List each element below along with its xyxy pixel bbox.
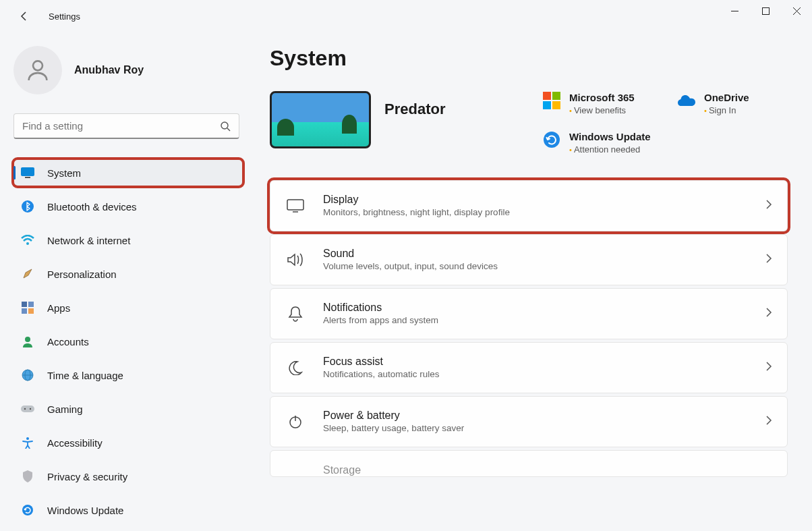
svg-rect-1 <box>762 7 769 14</box>
close-button[interactable] <box>781 0 812 22</box>
sidebar-item-personalization[interactable]: Personalization <box>13 260 237 287</box>
card-title: Storage <box>323 464 772 476</box>
pc-name: Predator <box>384 101 445 118</box>
maximize-button[interactable] <box>750 0 781 22</box>
monitor-icon <box>285 199 306 213</box>
sound-icon <box>285 252 306 267</box>
update-icon <box>20 503 35 518</box>
svg-rect-12 <box>28 302 34 307</box>
bell-icon <box>285 306 306 322</box>
sidebar-item-label: Bluetooth & devices <box>47 201 137 213</box>
tile-sub: Sign In <box>704 105 749 117</box>
minimize-button[interactable] <box>719 0 750 22</box>
svg-rect-7 <box>21 167 34 176</box>
card-title: Notifications <box>323 302 765 314</box>
system-header-row: Predator Microsoft 365 View benefits One… <box>270 91 792 156</box>
sidebar-item-apps[interactable]: Apps <box>13 294 237 321</box>
card-sub: Alerts from apps and system <box>323 315 765 325</box>
sidebar-item-time-language[interactable]: Time & language <box>13 362 237 389</box>
sidebar-item-gaming[interactable]: Gaming <box>13 395 237 422</box>
card-title: Power & battery <box>323 410 765 422</box>
chevron-right-icon <box>765 416 772 428</box>
sidebar-item-windows-update[interactable]: Windows Update <box>13 497 237 524</box>
bluetooth-icon <box>20 199 35 214</box>
svg-point-22 <box>26 437 29 440</box>
tile-onedrive[interactable]: OneDrive Sign In <box>677 91 792 117</box>
svg-point-24 <box>544 132 560 148</box>
power-icon <box>285 414 306 429</box>
card-sub: Notifications, automatic rules <box>323 369 765 379</box>
card-storage[interactable]: Storage <box>270 450 788 477</box>
accounts-icon <box>20 334 35 349</box>
search-input[interactable] <box>22 120 220 132</box>
sidebar-item-label: Windows Update <box>47 505 123 516</box>
tile-sub: View benefits <box>569 105 635 117</box>
sync-icon <box>542 130 561 149</box>
sidebar-item-label: Apps <box>47 302 70 314</box>
card-sub: Sleep, battery usage, battery saver <box>323 423 765 433</box>
svg-point-10 <box>26 242 29 245</box>
profile-section[interactable]: Anubhav Roy <box>13 46 237 94</box>
header-tiles: Microsoft 365 View benefits OneDrive Sig… <box>542 91 792 156</box>
accessibility-icon <box>20 435 35 450</box>
chevron-right-icon <box>765 200 772 212</box>
svg-rect-25 <box>287 200 303 210</box>
gaming-icon <box>20 401 35 416</box>
card-sub: Monitors, brightness, night light, displ… <box>323 207 765 217</box>
card-sub: Volume levels, output, input, sound devi… <box>323 261 765 271</box>
person-icon <box>24 57 51 84</box>
nav-list: System Bluetooth & devices Network & int… <box>13 159 237 524</box>
app-title: Settings <box>49 11 80 22</box>
tile-title: OneDrive <box>704 91 749 105</box>
sidebar-item-label: Time & language <box>47 370 123 381</box>
sidebar-item-accounts[interactable]: Accounts <box>13 328 237 355</box>
sidebar-item-bluetooth[interactable]: Bluetooth & devices <box>13 193 237 220</box>
avatar <box>13 46 62 94</box>
card-power-battery[interactable]: Power & battery Sleep, battery usage, ba… <box>270 396 788 447</box>
chevron-right-icon <box>765 308 772 320</box>
chevron-right-icon <box>765 254 772 266</box>
svg-point-21 <box>30 408 31 410</box>
tile-windows-update[interactable]: Windows Update Attention needed <box>542 130 792 156</box>
card-focus-assist[interactable]: Focus assist Notifications, automatic ru… <box>270 342 788 393</box>
tile-microsoft-365[interactable]: Microsoft 365 View benefits <box>542 91 670 117</box>
svg-point-15 <box>25 337 30 342</box>
search-icon <box>220 121 231 132</box>
svg-rect-8 <box>25 177 30 178</box>
svg-point-4 <box>33 61 42 70</box>
sidebar-item-accessibility[interactable]: Accessibility <box>13 429 237 456</box>
back-button[interactable] <box>13 5 35 27</box>
card-display[interactable]: Display Monitors, brightness, night ligh… <box>270 180 788 231</box>
profile-name: Anubhav Roy <box>74 64 144 76</box>
sidebar-item-network[interactable]: Network & internet <box>13 227 237 254</box>
svg-rect-14 <box>28 308 34 314</box>
card-notifications[interactable]: Notifications Alerts from apps and syste… <box>270 288 788 339</box>
sidebar-item-label: Personalization <box>47 269 117 280</box>
window-controls <box>719 0 812 22</box>
sidebar-item-label: Network & internet <box>47 235 130 246</box>
apps-icon <box>20 300 35 315</box>
search-box[interactable] <box>13 113 239 139</box>
card-sound[interactable]: Sound Volume levels, output, input, soun… <box>270 234 788 285</box>
svg-rect-13 <box>22 308 27 314</box>
pc-wallpaper-preview[interactable] <box>270 91 371 148</box>
microsoft-logo-icon <box>542 91 561 110</box>
tile-sub: Attention needed <box>569 144 651 156</box>
close-icon <box>793 7 801 15</box>
brush-icon <box>20 267 35 281</box>
sidebar-item-privacy[interactable]: Privacy & security <box>13 463 237 490</box>
main-content: System Predator Microsoft 365 View benef… <box>243 32 812 531</box>
display-icon <box>20 165 35 180</box>
svg-point-5 <box>221 122 228 129</box>
sidebar-item-label: Accessibility <box>47 437 103 449</box>
sidebar-item-label: Accounts <box>47 336 89 347</box>
svg-rect-19 <box>21 406 34 412</box>
sidebar-item-system[interactable]: System <box>13 159 243 186</box>
sidebar-item-label: Privacy & security <box>47 471 127 482</box>
svg-line-6 <box>227 128 230 131</box>
onedrive-icon <box>677 91 696 110</box>
moon-icon <box>285 360 306 375</box>
card-title: Display <box>323 194 765 206</box>
card-title: Focus assist <box>323 356 765 368</box>
sidebar: Anubhav Roy System Bluetooth & devices N… <box>0 32 243 531</box>
